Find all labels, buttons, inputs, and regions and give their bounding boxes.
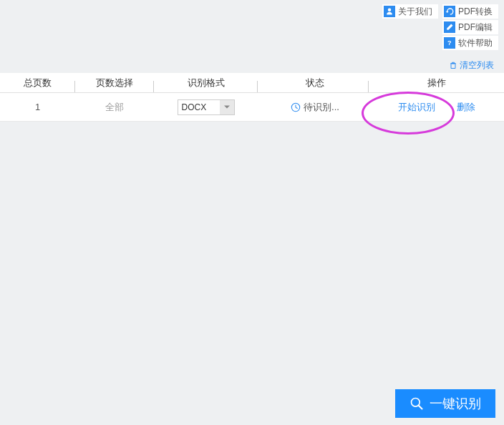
status-text: 待识别... xyxy=(304,101,339,114)
chevron-down-icon xyxy=(220,100,234,114)
toolbar-buttons: 关于我们 PDF转换 PDF编辑 ? 软件帮助 xyxy=(382,4,498,50)
clock-icon xyxy=(291,102,301,112)
table-header: 总页数 页数选择 识别格式 状态 操作 xyxy=(0,73,504,93)
one-click-label: 一键识别 xyxy=(430,395,481,412)
header-page-select: 页数选择 xyxy=(75,77,154,89)
cell-total-pages: 1 xyxy=(0,102,75,112)
one-click-recognition-button[interactable]: 一键识别 xyxy=(395,389,495,418)
magnifier-icon xyxy=(410,396,424,411)
header-total-pages: 总页数 xyxy=(0,77,75,89)
clear-list-row: 清空列表 xyxy=(449,57,494,73)
software-help-button[interactable]: ? 软件帮助 xyxy=(442,36,498,50)
pdf-edit-label: PDF编辑 xyxy=(458,21,493,34)
cell-page-select[interactable]: 全部 xyxy=(75,101,154,114)
software-help-label: 软件帮助 xyxy=(458,37,493,49)
pdf-convert-button[interactable]: PDF转换 xyxy=(442,4,498,19)
svg-line-3 xyxy=(419,406,422,409)
person-icon xyxy=(384,6,395,17)
svg-text:?: ? xyxy=(447,39,452,47)
start-recognition-button[interactable]: 开始识别 xyxy=(398,101,435,114)
header-format: 识别格式 xyxy=(154,77,258,89)
header-status: 状态 xyxy=(258,77,369,89)
delete-button[interactable]: 删除 xyxy=(457,101,475,114)
refresh-icon xyxy=(444,6,455,17)
question-icon: ? xyxy=(444,37,455,49)
format-value: DOCX xyxy=(182,102,207,112)
trash-icon xyxy=(449,61,457,69)
list-area: 总页数 页数选择 识别格式 状态 操作 1 全部 DOCX 待识别... 开始识… xyxy=(0,57,504,122)
format-select[interactable]: DOCX xyxy=(178,99,235,115)
header-operation: 操作 xyxy=(369,77,504,89)
clear-list-button[interactable]: 清空列表 xyxy=(449,59,494,72)
pdf-edit-button[interactable]: PDF编辑 xyxy=(442,20,498,34)
about-us-label: 关于我们 xyxy=(398,6,432,18)
clear-list-label: 清空列表 xyxy=(460,59,494,72)
pencil-icon xyxy=(444,21,455,33)
table-row: 1 全部 DOCX 待识别... 开始识别 删除 xyxy=(0,93,504,122)
about-us-button[interactable]: 关于我们 xyxy=(382,4,438,19)
cell-format: DOCX xyxy=(154,99,258,115)
top-toolbar-area: 关于我们 PDF转换 PDF编辑 ? 软件帮助 xyxy=(0,0,504,57)
cell-operation: 开始识别 删除 xyxy=(369,101,504,114)
cell-status: 待识别... xyxy=(258,101,369,114)
pdf-convert-label: PDF转换 xyxy=(458,6,493,18)
